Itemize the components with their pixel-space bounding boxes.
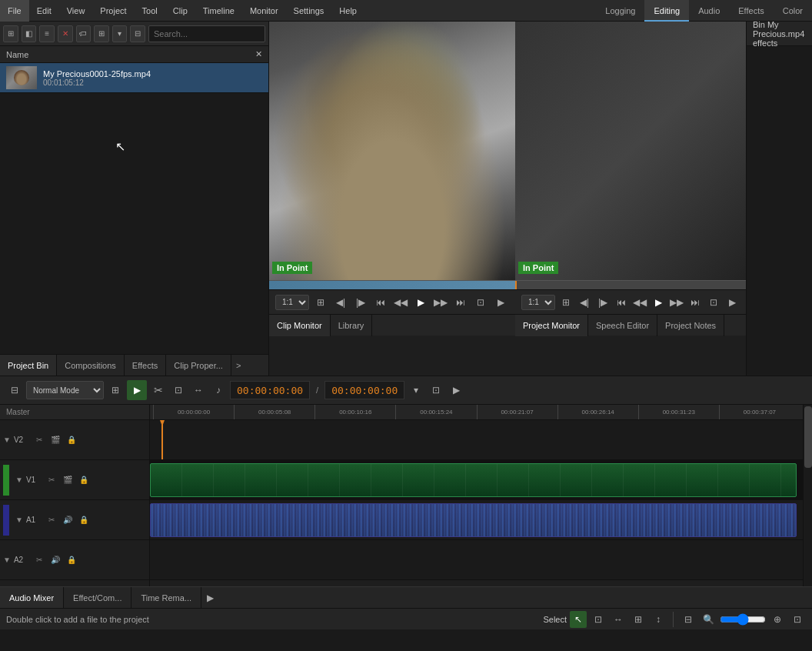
menu-view[interactable]: View [59, 0, 93, 22]
file-entry[interactable]: My Precious0001-25fps.mp4 00:01:05:12 [0, 63, 268, 93]
a1-razor-icon[interactable]: ✂ [45, 513, 58, 527]
clip-zoom-in-button[interactable]: ⊞ [312, 294, 329, 311]
zoom-in-button[interactable]: ⊕ [769, 611, 786, 628]
more-tabs-button[interactable]: ▶ [201, 589, 218, 606]
menu-project[interactable]: Project [92, 0, 134, 22]
clip-play-button[interactable]: ▶ [412, 294, 429, 311]
a1-speaker-icon[interactable]: 🔊 [61, 513, 75, 527]
menu-clip[interactable]: Clip [165, 0, 195, 22]
timeline-settings-button[interactable]: ⊟ [6, 382, 23, 399]
a2-speaker-icon[interactable]: 🔊 [48, 553, 62, 567]
timecode-current[interactable]: 00:00:00:00 [230, 381, 310, 399]
tab-clip-monitor[interactable]: Clip Monitor [269, 315, 331, 336]
fit-button[interactable]: ⊡ [789, 611, 806, 628]
grid-view-button[interactable]: ⊞ [94, 25, 109, 42]
filter-button[interactable]: ▾ [112, 25, 128, 42]
mode-select[interactable]: Normal Mode Overwrite Mode [26, 381, 104, 399]
new-bin-button[interactable]: ⊞ [3, 25, 18, 42]
v1-visibility-icon[interactable]: 🔒 [77, 473, 91, 487]
v1-collapse-button[interactable]: ▼ [15, 476, 23, 484]
project-mark-in-button[interactable]: ◀| [577, 294, 592, 311]
timeline-link-button[interactable]: ⊡ [170, 382, 187, 399]
timeline-add-button[interactable]: ⊞ [107, 382, 124, 399]
menu-settings[interactable]: Settings [286, 0, 332, 22]
a2-lock-icon[interactable]: 🔒 [65, 553, 78, 567]
a1-clip[interactable] [150, 503, 797, 537]
a1-collapse-button[interactable]: ▼ [15, 516, 23, 524]
project-mark-out-button[interactable]: |▶ [595, 294, 611, 311]
tab-effects[interactable]: Effects [125, 355, 166, 376]
a2-razor-icon[interactable]: ✂ [32, 553, 46, 567]
project-zoom-select[interactable]: 1:1 Fit [521, 295, 555, 310]
v2-collapse-button[interactable]: ▼ [3, 436, 11, 444]
v1-razor-icon[interactable]: ✂ [45, 473, 58, 487]
toggle-view-button[interactable]: ◧ [22, 25, 37, 42]
tab-compositions[interactable]: Compositions [57, 355, 125, 376]
overwrite-mode-button[interactable]: ↔ [610, 611, 627, 628]
filter-more-button[interactable]: ⊟ [130, 25, 145, 42]
timecode-dropdown-button[interactable]: ▾ [408, 382, 424, 399]
close-icon[interactable]: ✕ [255, 49, 262, 59]
project-rewind-button[interactable]: ◀◀ [632, 294, 647, 311]
tab-time-remap[interactable]: Time Rema... [131, 587, 201, 609]
project-play-button[interactable]: ▶ [651, 294, 666, 311]
tab-project-notes[interactable]: Project Notes [657, 315, 724, 336]
tag-button[interactable]: 🏷 [76, 25, 92, 42]
tab-clip-properties[interactable]: Clip Proper... [166, 355, 231, 376]
tracks-scrollbar[interactable] [803, 405, 812, 586]
timeline-more-button[interactable]: ▶ [448, 382, 464, 399]
project-loop-button[interactable]: ⊡ [706, 294, 721, 311]
list-view-button[interactable]: ≡ [39, 25, 55, 42]
clip-more-button[interactable]: ▶ [492, 294, 509, 311]
clip-skip-next-button[interactable]: ⏭ [452, 294, 469, 311]
timeline-expand-button[interactable]: ↔ [190, 382, 207, 399]
tab-speech-editor[interactable]: Speech Editor [588, 315, 657, 336]
clip-rewind-button[interactable]: ◀◀ [392, 294, 409, 311]
clip-mark-in-button[interactable]: ◀| [332, 294, 349, 311]
workspace-editing[interactable]: Editing [644, 0, 689, 22]
v2-lock-icon[interactable]: 🎬 [48, 433, 62, 447]
clip-zoom-select[interactable]: 1:1 1:2 Fit [275, 295, 309, 310]
delete-button[interactable]: ✕ [58, 25, 73, 42]
tab-library[interactable]: Library [331, 315, 373, 336]
a2-collapse-button[interactable]: ▼ [3, 556, 11, 564]
zoom-out-button[interactable]: 🔍 [700, 611, 717, 628]
workspace-logging[interactable]: Logging [596, 0, 644, 22]
clip-ff-button[interactable]: ▶▶ [432, 294, 449, 311]
project-more-button[interactable]: ▶ [724, 294, 740, 311]
effects-collapse-button[interactable]: ⊟ [807, 25, 812, 42]
project-skip-prev-button[interactable]: ⏮ [614, 294, 629, 311]
timeline-play-button[interactable]: ▶ [127, 380, 147, 400]
workspace-audio[interactable]: Audio [689, 0, 729, 22]
tab-audio-mixer[interactable]: Audio Mixer [0, 587, 64, 609]
timecode-total[interactable]: 00:00:00:00 [324, 381, 404, 399]
v2-visibility-icon[interactable]: 🔒 [65, 433, 78, 447]
workspace-effects[interactable]: Effects [729, 0, 773, 22]
project-zoom-icon[interactable]: ⊞ [558, 294, 574, 311]
menu-edit[interactable]: Edit [29, 0, 59, 22]
zoom-slider[interactable] [720, 614, 766, 625]
v1-clip[interactable] [150, 463, 797, 497]
tab-more-button[interactable]: > [231, 355, 245, 376]
search-input[interactable] [148, 25, 265, 42]
menu-tool[interactable]: Tool [135, 0, 165, 22]
workspace-color[interactable]: Color [774, 0, 812, 22]
v2-razor-icon[interactable]: ✂ [32, 433, 46, 447]
timeline-settings-right-button[interactable]: ⊟ [680, 611, 697, 628]
insert-mode-button[interactable]: ⊡ [590, 611, 607, 628]
project-monitor-timeline[interactable] [515, 280, 746, 289]
clip-loop-button[interactable]: ⊡ [472, 294, 489, 311]
project-skip-next-button[interactable]: ⏭ [687, 294, 703, 311]
menu-timeline[interactable]: Timeline [195, 0, 242, 22]
timeline-cut-button[interactable]: ✂ [150, 382, 167, 399]
clip-monitor-timeline[interactable] [269, 280, 515, 289]
menu-monitor[interactable]: Monitor [242, 0, 286, 22]
tab-project-monitor[interactable]: Project Monitor [515, 315, 588, 336]
timeline-fullscreen-button[interactable]: ⊡ [428, 382, 444, 399]
menu-file[interactable]: File [0, 0, 29, 22]
tab-project-bin[interactable]: Project Bin [0, 355, 57, 376]
ripple-mode-button[interactable]: ⊞ [630, 611, 647, 628]
scrollbar-thumb[interactable] [804, 406, 812, 468]
tab-effect-composer[interactable]: Effect/Com... [64, 587, 131, 609]
clip-mark-out-button[interactable]: |▶ [352, 294, 369, 311]
